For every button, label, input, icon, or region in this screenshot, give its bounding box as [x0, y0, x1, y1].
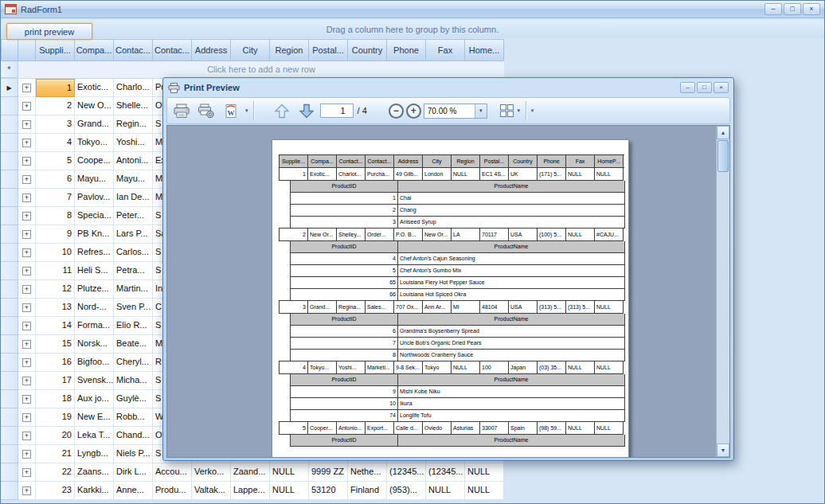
cell-contact-name[interactable]: Shelle... [114, 97, 153, 115]
expand-icon[interactable]: + [22, 395, 31, 404]
row-header-cell[interactable] [1, 262, 18, 280]
expand-cell[interactable]: + [18, 445, 36, 463]
group-by-panel[interactable]: Drag a column here to group by this colu… [1, 20, 824, 38]
expand-icon[interactable]: + [22, 120, 31, 129]
expand-icon[interactable]: + [22, 468, 31, 477]
column-header-address[interactable]: Address [192, 40, 231, 61]
expand-cell[interactable]: + [18, 390, 36, 408]
scrollbar-thumb[interactable] [717, 140, 729, 172]
cell-supplier-id[interactable]: 8 [36, 207, 75, 225]
row-header-cell[interactable] [1, 427, 18, 445]
expand-cell[interactable]: + [18, 262, 36, 280]
row-header-cell[interactable] [1, 134, 18, 152]
expand-icon[interactable]: + [22, 322, 31, 330]
close-button[interactable]: × [803, 3, 820, 15]
row-header-cell[interactable] [1, 244, 18, 262]
expand-cell[interactable]: + [18, 463, 36, 482]
cell-phone[interactable]: (12345... [387, 463, 426, 482]
expand-icon[interactable]: + [22, 413, 31, 422]
cell-contact-name[interactable]: Micha... [114, 372, 153, 390]
print-button[interactable] [170, 100, 193, 122]
cell-contact-name[interactable]: Robb... [114, 408, 153, 427]
cell-contact-title[interactable]: Accou... [153, 463, 192, 482]
cell-company-name[interactable]: Plutze... [75, 280, 114, 299]
expand-cell[interactable]: + [18, 408, 36, 427]
cell-company-name[interactable]: Pavlov... [75, 189, 114, 207]
cell-company-name[interactable]: Nord-... [75, 299, 114, 317]
expand-cell[interactable]: + [18, 225, 36, 244]
expand-cell[interactable]: + [18, 189, 36, 207]
cell-supplier-id[interactable]: 6 [36, 170, 75, 189]
next-page-button[interactable] [295, 100, 318, 122]
expand-icon[interactable]: + [22, 358, 31, 367]
cell-company-name[interactable]: Heli S... [75, 262, 114, 280]
column-header-fax[interactable]: Fax [426, 40, 465, 61]
column-header-postal-code[interactable]: Postal... [309, 40, 348, 61]
expand-icon[interactable]: + [22, 175, 31, 184]
scroll-up-button[interactable]: ▲ [717, 126, 729, 139]
view-mode-button[interactable]: ▾ [499, 100, 522, 122]
expand-icon[interactable]: + [22, 285, 31, 294]
cell-contact-name[interactable]: Antoni... [114, 152, 153, 170]
add-new-row[interactable]: * Click here to add a new row [1, 61, 504, 79]
expand-icon[interactable]: + [22, 303, 31, 312]
expand-cell[interactable]: + [18, 280, 36, 299]
expand-icon[interactable]: + [22, 248, 31, 257]
cell-contact-name[interactable]: Ian De... [114, 189, 153, 207]
cell-supplier-id[interactable]: 17 [36, 372, 75, 390]
cell-contact-name[interactable]: Beate... [114, 335, 153, 354]
cell-address[interactable]: Verko... [192, 463, 231, 482]
cell-company-name[interactable]: Exotic... [75, 79, 114, 97]
table-row[interactable]: +22Zaans...Dirk L...Accou...Verko...Zaan… [1, 463, 504, 482]
cell-supplier-id[interactable]: 18 [36, 390, 75, 408]
zoom-combo[interactable]: 70.00 % ▾ [424, 104, 487, 119]
scroll-down-button[interactable]: ▼ [717, 443, 729, 457]
cell-company-name[interactable]: Svensk... [75, 372, 114, 390]
cell-contact-name[interactable]: Yoshi... [114, 134, 153, 152]
cell-contact-name[interactable]: Dirk L... [114, 463, 153, 482]
minimize-button[interactable]: – [764, 3, 782, 15]
expand-icon[interactable]: + [22, 139, 31, 147]
cell-supplier-id[interactable]: 7 [36, 189, 75, 207]
cell-home-page[interactable]: NULL [465, 482, 504, 500]
cell-supplier-id[interactable]: 2 [36, 97, 75, 115]
toolbar-overflow-button[interactable]: ▾ [244, 107, 249, 114]
cell-company-name[interactable]: Karkki... [75, 482, 114, 500]
row-header-cell[interactable] [1, 354, 18, 372]
cell-company-name[interactable]: Specia... [75, 207, 114, 225]
cell-supplier-id[interactable]: 19 [36, 408, 75, 427]
cell-contact-title[interactable]: Produ... [153, 482, 192, 500]
cell-supplier-id[interactable]: 10 [36, 244, 75, 262]
zoom-out-button[interactable]: − [389, 104, 404, 119]
cell-company-name[interactable]: Bigfoo... [75, 354, 114, 372]
cell-address[interactable]: Valtak... [192, 482, 231, 500]
cell-contact-name[interactable]: Anne... [114, 482, 153, 500]
cell-company-name[interactable]: New E... [75, 408, 114, 427]
cell-company-name[interactable]: PB Kn... [75, 225, 114, 244]
row-header-cell[interactable] [1, 207, 18, 225]
cell-company-name[interactable]: Coope... [75, 152, 114, 170]
expand-icon[interactable]: + [22, 340, 31, 349]
cell-supplier-id[interactable]: 23 [36, 482, 75, 500]
expand-cell[interactable]: + [18, 244, 36, 262]
row-header-cell[interactable] [1, 299, 18, 317]
cell-supplier-id[interactable]: 16 [36, 354, 75, 372]
watermark-button[interactable]: W [220, 100, 242, 122]
cell-contact-name[interactable]: Lars P... [114, 225, 153, 244]
print-preview-button[interactable]: print preview [6, 23, 92, 40]
column-header-phone[interactable]: Phone [387, 40, 426, 61]
row-header-cell[interactable] [1, 390, 18, 408]
cell-contact-name[interactable]: Regin... [114, 115, 153, 134]
cell-company-name[interactable]: New O... [75, 97, 114, 115]
row-header-cell[interactable] [1, 372, 18, 390]
cell-company-name[interactable]: Aux jo... [75, 390, 114, 408]
expand-icon[interactable]: + [22, 193, 31, 202]
cell-supplier-id[interactable]: 20 [36, 427, 75, 445]
dialog-titlebar[interactable]: Print Preview – □ × [166, 78, 730, 97]
cell-supplier-id[interactable]: 1 [36, 79, 75, 97]
cell-supplier-id[interactable]: 3 [36, 115, 75, 134]
cell-postal-code[interactable]: 9999 ZZ [309, 463, 348, 482]
expand-icon[interactable]: + [22, 230, 31, 239]
row-header-cell[interactable]: ▶ [1, 79, 18, 97]
expand-icon[interactable]: + [22, 212, 31, 221]
